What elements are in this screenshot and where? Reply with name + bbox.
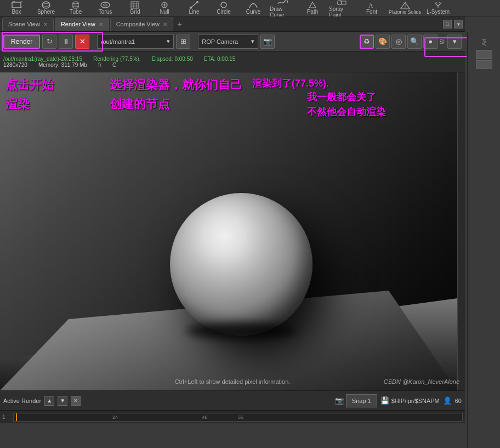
toolbar-platonic-solids[interactable]: Platonic Solids [387, 1, 423, 16]
toolbar-circle-label: Circle [217, 9, 231, 15]
svg-text:A: A [368, 2, 373, 9]
svg-line-2 [21, 1, 22, 2]
toolbar-line-label: Line [189, 9, 200, 15]
toolbar-path-label: Path [307, 9, 319, 15]
svg-point-6 [73, 2, 78, 4]
sl-dropdown-icon[interactable]: ▾ [447, 35, 462, 49]
svg-line-37 [436, 2, 437, 4]
current-frame: 1 [2, 414, 11, 420]
camera-arrow-icon: ▾ [251, 38, 254, 45]
marker-label-48: 48 [202, 415, 208, 420]
toolbar-platonic-solids-label: Platonic Solids [389, 9, 421, 15]
toolbar-l-system-label: L-System [427, 9, 450, 15]
marker-label-55: 55 [238, 415, 243, 420]
rop-target-icon[interactable]: ⊞ [176, 35, 190, 49]
right-nav-btn1[interactable] [476, 50, 492, 59]
palette-icon[interactable]: 🎨 [376, 35, 390, 49]
timeline-bar: 1 24 48 55 [0, 410, 465, 423]
status-memory: Memory: 311.79 Mb [38, 62, 87, 68]
svg-point-4 [42, 2, 50, 8]
recycle-icon[interactable]: ♻ [360, 35, 374, 49]
tab-scene-view-close[interactable]: ✕ [43, 21, 48, 27]
tab-render-view-close[interactable]: ✕ [99, 21, 103, 27]
toolbar-circle[interactable]: Circle [209, 0, 238, 16]
playhead [16, 413, 17, 421]
render-toolbar: Render ↻ ⏸ ✕ /out/mantra1 ▾ ⊞ ROP Camera… [0, 32, 465, 52]
status-rendering: Rendering (77.5%). [93, 56, 141, 62]
toolbar-grid[interactable]: Grid [121, 0, 149, 16]
tab-add-button[interactable]: + [174, 19, 185, 30]
active-render-close[interactable]: ✕ [71, 396, 81, 406]
render-button[interactable]: Render [3, 35, 40, 49]
rop-path-dropdown[interactable]: /out/mantra1 ▾ [97, 35, 174, 49]
toolbar-box-label: Box [12, 9, 21, 15]
marker-label-24: 24 [112, 415, 118, 420]
active-render-label: Active Render [3, 398, 41, 404]
tab-composite-view[interactable]: Composite View ✕ [110, 18, 173, 31]
toolbar-null[interactable]: Null [150, 0, 179, 16]
tab-render-view[interactable]: Render View ✕ [55, 18, 109, 31]
toolbar-path[interactable]: Path [298, 0, 327, 16]
svg-point-23 [221, 2, 226, 8]
right-nav-btn2[interactable] [476, 60, 492, 69]
svg-rect-0 [12, 2, 21, 8]
status-res: 1280x720 [3, 62, 27, 68]
svg-rect-12 [131, 2, 139, 8]
stepper-down[interactable]: ▼ [58, 396, 67, 406]
circle-icon[interactable]: ● [423, 35, 438, 49]
sl-label: Sl [439, 38, 445, 45]
toolbar-torus[interactable]: Torus [91, 0, 120, 16]
render-sphere [170, 193, 312, 336]
bottom-bar: Active Render ▲ ▼ ✕ 📷 Snap 1 💾 $HIP/ipr/… [0, 390, 465, 410]
tab-float-button[interactable]: □ [443, 20, 452, 29]
camera-label: ROP Camera [202, 38, 238, 45]
toolbar-font-label: Font [366, 9, 377, 15]
toolbar-l-system[interactable]: L-System [424, 0, 452, 16]
fps-label: 60 [455, 398, 462, 404]
toolbar-line[interactable]: Line [180, 0, 208, 16]
toolbar-font[interactable]: A Font [357, 0, 386, 16]
hip-path: $HIP/ipr/$SNAPM [391, 398, 440, 404]
right-panel: Ad [467, 32, 500, 448]
camera-dropdown[interactable]: ROP Camera ▾ [198, 35, 258, 49]
snap-button[interactable]: Snap 1 [346, 394, 377, 407]
watermark: CSDN @Karon_NeverAlone [384, 378, 459, 385]
toolbar-tube[interactable]: Tube [61, 0, 90, 16]
tab-split-button[interactable]: ▾ [454, 20, 463, 29]
hint-text: Ctrl+Left to show detailed pixel informa… [175, 378, 291, 385]
path-label: 💾 $HIP/ipr/$SNAPM [380, 396, 440, 405]
toolbar-tube-label: Tube [70, 9, 82, 15]
status-path: /out/mantra1(ray_date)-20:28:15 [3, 56, 82, 62]
refresh-icon[interactable]: ↻ [42, 35, 56, 49]
svg-point-9 [73, 6, 78, 8]
avatar-label: 👤 [443, 396, 452, 405]
svg-point-22 [196, 1, 198, 3]
sphere-shadow [186, 322, 296, 339]
status-eta: ETA: 0:00:15 [204, 56, 236, 62]
toolbar-curve-label: Curve [246, 9, 261, 15]
timeline-track[interactable]: 24 48 55 [13, 413, 463, 422]
tab-render-view-label: Render View [61, 21, 95, 27]
camera-icon[interactable]: 📷 [260, 35, 275, 49]
svg-point-5 [42, 4, 50, 7]
stepper-up[interactable]: ▲ [44, 396, 54, 406]
toolbar-sphere[interactable]: Sphere [32, 0, 60, 16]
stop-icon[interactable]: ✕ [75, 35, 89, 49]
right-panel-label: Ad [481, 38, 487, 46]
zoom-icon[interactable]: 🔍 [407, 35, 422, 49]
top-toolbar: Box Sphere Tube Torus Grid Null Line Cir… [0, 0, 500, 16]
rop-path-label: /out/mantra1 [101, 38, 135, 45]
toolbar-curve[interactable]: Curve [239, 0, 268, 16]
snap-label: Snap 1 [352, 398, 371, 404]
tab-composite-view-close[interactable]: ✕ [163, 21, 167, 27]
pause-icon[interactable]: ⏸ [59, 35, 73, 49]
svg-line-20 [191, 2, 197, 8]
dropdown-arrow-icon: ▾ [167, 38, 170, 45]
svg-point-11 [104, 4, 107, 6]
vertical-scrollbar[interactable] [457, 72, 465, 390]
tab-scene-view[interactable]: Scene View ✕ [2, 18, 54, 31]
svg-line-39 [440, 2, 441, 4]
toolbar-box[interactable]: Box [2, 0, 31, 16]
status-bar: /out/mantra1(ray_date)-20:28:15 Renderin… [0, 52, 465, 72]
target-icon[interactable]: ◎ [391, 35, 406, 49]
